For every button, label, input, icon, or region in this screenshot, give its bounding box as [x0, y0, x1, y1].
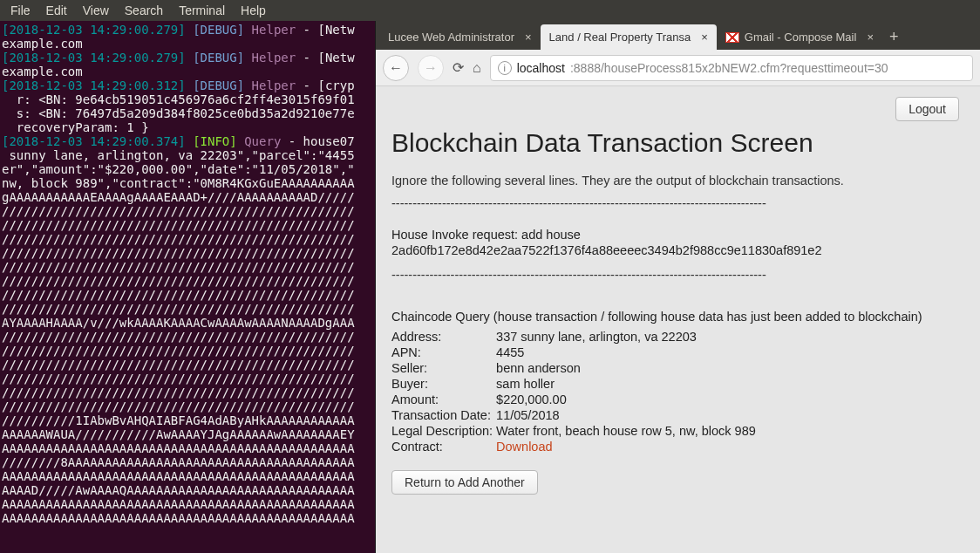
table-row: APN:4455 — [391, 345, 761, 360]
contract-download-link[interactable]: Download — [496, 440, 553, 454]
field-value: 337 sunny lane, arlington, va 22203 — [496, 329, 761, 345]
field-label: Contract: — [391, 439, 496, 454]
field-value: Water front, beach house row 5, nw, bloc… — [496, 423, 761, 439]
log-level: [INFO] — [193, 134, 237, 148]
separator: ----------------------------------------… — [391, 268, 964, 282]
table-row: Buyer:sam holler — [391, 376, 761, 392]
log-level: [DEBUG] — [193, 79, 244, 92]
invoke-request-label: House Invoke request: add house — [391, 228, 964, 242]
tab-gmail[interactable]: Gmail - Compose Mail× — [717, 24, 882, 50]
return-button[interactable]: Return to Add Another — [391, 470, 538, 495]
logout-button[interactable]: Logout — [895, 97, 959, 121]
log-line: ////////////////////////////////////////… — [2, 344, 355, 358]
log-line: sunny lane, arlington, va 22203","parcel… — [2, 148, 355, 162]
log-ts: [2018-12-03 14:29:00.374] — [2, 134, 186, 148]
field-label: Legal Description: — [391, 423, 496, 439]
log-line: recoveryParam: 1 } — [2, 120, 149, 134]
log-line: AYAAAAHAAAA/v///wkAAAAKAAAACwAAAAwAAAANA… — [2, 316, 355, 330]
log-line: ////////8AAAAAAAAAAAAAAAAAAAAAAAAAAAAAAA… — [2, 455, 355, 469]
back-button[interactable]: ← — [383, 55, 409, 81]
log-line: ////////////////////////////////////////… — [2, 302, 355, 316]
close-icon[interactable]: × — [867, 31, 874, 44]
log-ts: [2018-12-03 14:29:00.279] — [2, 23, 186, 37]
log-line: ////////////////////////////////////////… — [2, 260, 355, 274]
tab-lucee[interactable]: Lucee Web Administrator× — [379, 24, 541, 50]
log-line: AAAAAAAAAAAAAAAAAAAAAAAAAAAAAAAAAAAAAAAA… — [2, 497, 355, 511]
log-line: ////////////////////////////////////////… — [2, 218, 355, 232]
url-host: localhost — [517, 61, 565, 75]
table-row: Address:337 sunny lane, arlington, va 22… — [391, 329, 761, 345]
tab-label: Gmail - Compose Mail — [745, 31, 857, 44]
field-label: Seller: — [391, 360, 496, 376]
menu-edit[interactable]: Edit — [39, 1, 74, 20]
log-ts: [2018-12-03 14:29:00.279] — [2, 51, 186, 65]
close-icon[interactable]: × — [525, 31, 532, 44]
forward-button[interactable]: → — [418, 55, 444, 81]
table-row: Seller:benn anderson — [391, 360, 761, 376]
field-label: Transaction Date: — [391, 407, 496, 423]
table-row: Legal Description:Water front, beach hou… — [391, 423, 761, 439]
table-row: Amount:$220,000.00 — [391, 392, 761, 407]
menu-view[interactable]: View — [76, 1, 116, 20]
log-line: AAAAAAAAAAAAAAAAAAAAAAAAAAAAAAAAAAAAAAAA… — [2, 441, 355, 455]
log-line: ////////////////////////////////////////… — [2, 358, 355, 372]
close-icon[interactable]: × — [701, 31, 708, 44]
field-value: $220,000.00 — [496, 392, 761, 407]
log-line: AAAAAAAAAAAAAAAAAAAAAAAAAAAAAAAAAAAAAAAA… — [2, 511, 355, 525]
log-line: ////////////////////////////////////////… — [2, 372, 355, 386]
reload-button[interactable]: ⟳ — [453, 59, 464, 76]
field-label: Buyer: — [391, 376, 496, 392]
log-src: Helper — [252, 23, 296, 37]
home-button[interactable]: ⌂ — [473, 60, 481, 76]
log-line: nw, block 989","contract":"0M8R4KGxGuEAA… — [2, 176, 355, 190]
new-tab-button[interactable]: + — [882, 24, 906, 50]
menu-terminal[interactable]: Terminal — [172, 1, 232, 20]
table-row: Transaction Date:11/05/2018 — [391, 407, 761, 423]
terminal-pane[interactable]: [2018-12-03 14:29:00.279] [DEBUG] Helper… — [0, 21, 375, 553]
menu-file[interactable]: File — [3, 1, 37, 20]
menu-help[interactable]: Help — [234, 1, 273, 20]
log-line: example.com — [2, 65, 83, 79]
record-table: Address:337 sunny lane, arlington, va 22… — [391, 329, 761, 454]
log-level: [DEBUG] — [193, 23, 244, 37]
gmail-icon — [725, 32, 739, 43]
field-label: APN: — [391, 345, 496, 360]
log-line: r: <BN: 9e64cb519051c456976a6cf2ff4e3015… — [2, 92, 355, 106]
browser-toolbar: ← → ⟳ ⌂ i localhost:8888/houseProcess815… — [376, 50, 980, 86]
page-title: Blockchain Data Transaction Screen — [391, 128, 964, 158]
log-src: Query — [244, 134, 281, 148]
log-src: Helper — [252, 51, 296, 65]
site-info-icon[interactable]: i — [498, 61, 512, 75]
browser-window: Lucee Web Administrator× Land / Real Pro… — [375, 21, 980, 553]
log-msg: - [Netw — [296, 23, 354, 37]
log-line: example.com — [2, 37, 83, 51]
log-line: s: <BN: 76497d5a209d384f8025ce0bd35a2d92… — [2, 106, 355, 120]
log-line: ////////////////////////////////////////… — [2, 330, 355, 344]
menu-search[interactable]: Search — [118, 1, 170, 20]
log-ts: [2018-12-03 14:29:00.312] — [2, 79, 186, 92]
log-line: er","amount":"$220,000.00","date":"11/05… — [2, 162, 355, 176]
address-bar[interactable]: i localhost:8888/houseProcess815x2bNEW2.… — [490, 55, 973, 81]
log-level: [DEBUG] — [193, 51, 244, 65]
log-line: AAAAAAWAUA///////////AwAAAAYJAgAAAAAAwAA… — [2, 427, 355, 441]
log-src: Helper — [252, 79, 296, 92]
tab-strip: Lucee Web Administrator× Land / Real Pro… — [376, 21, 980, 50]
page-content: Logout Blockchain Data Transaction Scree… — [376, 86, 980, 553]
log-line: ////////////////////////////////////////… — [2, 386, 355, 399]
log-line: ////////////////////////////////////////… — [2, 274, 355, 288]
field-value: 4455 — [496, 345, 761, 360]
log-line: gAAAAAAAAAAAEAAAAgAAAAEAAAD+////AAAAAAAA… — [2, 190, 355, 204]
field-label: Address: — [391, 329, 496, 345]
log-line: //////////1IAbwBvAHQAIABFAG4AdAByAHkAAAA… — [2, 413, 355, 427]
log-line: AAAAAAAAAAAAAAAAAAAAAAAAAAAAAAAAAAAAAAAA… — [2, 469, 355, 483]
field-value: sam holler — [496, 376, 761, 392]
chaincode-query-heading: Chaincode Query (house transaction / fol… — [391, 310, 964, 324]
log-line: ////////////////////////////////////////… — [2, 232, 355, 246]
tab-label: Lucee Web Administrator — [388, 31, 514, 44]
field-value: benn anderson — [496, 360, 761, 376]
log-line: ////////////////////////////////////////… — [2, 246, 355, 260]
tab-land-property[interactable]: Land / Real Property Transa× — [541, 24, 717, 50]
tab-label: Land / Real Property Transa — [549, 31, 691, 44]
log-line: ////////////////////////////////////////… — [2, 288, 355, 302]
log-line: ////////////////////////////////////////… — [2, 399, 355, 413]
